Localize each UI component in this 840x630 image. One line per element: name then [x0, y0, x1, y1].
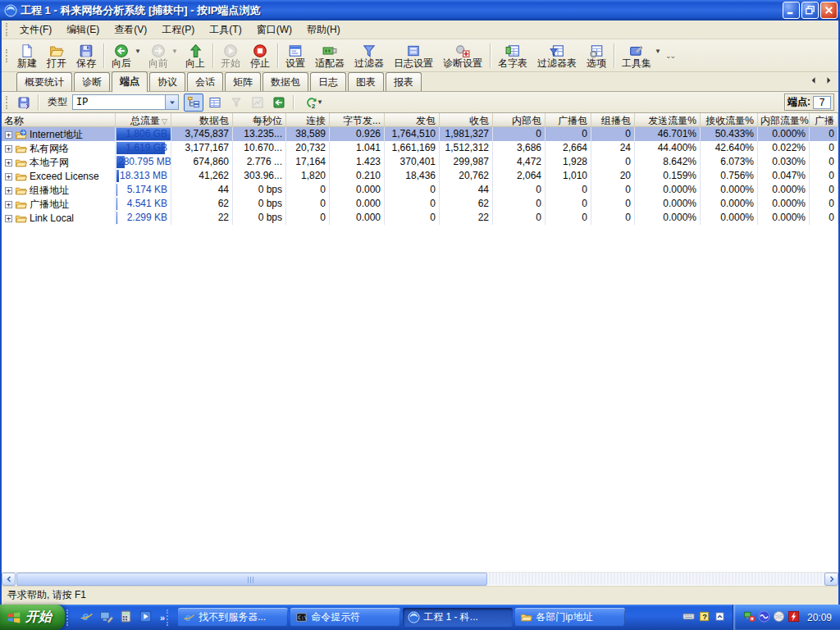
tab-packet[interactable]: 数据包 — [262, 72, 308, 91]
expand-icon[interactable]: + — [5, 145, 12, 153]
scroll-left-button[interactable] — [2, 573, 16, 586]
toolbar-overflow-icon[interactable]: ⌄⌄ — [665, 52, 674, 60]
close-button[interactable] — [820, 2, 838, 19]
toolbar-button-up[interactable]: 向上 — [180, 41, 210, 71]
column-header-13[interactable]: 内部流量% — [758, 113, 810, 126]
horizontal-scrollbar[interactable] — [2, 572, 838, 585]
column-header-7[interactable]: 收包 — [440, 113, 493, 126]
globe-icon[interactable] — [773, 610, 785, 625]
column-header-3[interactable]: 每秒位 — [233, 113, 286, 126]
quick-launch-overflow[interactable]: » — [160, 613, 165, 623]
quick-launch-ie-icon[interactable]: e — [80, 609, 94, 626]
detail-view-button[interactable] — [205, 94, 225, 112]
column-header-1[interactable]: 总流量▽ — [116, 113, 171, 126]
toolbar-grip[interactable] — [6, 49, 10, 62]
column-header-2[interactable]: 数据包 — [171, 113, 233, 126]
table-row[interactable]: +Link Local2.299 KB220 bps00.0000220000.… — [2, 211, 838, 225]
taskbar-task-0[interactable]: e找不到服务器... — [178, 608, 288, 627]
subtoolbar-grip[interactable] — [6, 96, 10, 109]
menu-window[interactable]: 窗口(W) — [249, 21, 299, 39]
table-row[interactable]: +广播地址4.541 KB620 bps00.0000620000.000%0.… — [2, 197, 838, 211]
start-button[interactable]: 开始 — [0, 605, 65, 630]
help-icon[interactable]: ? — [698, 610, 710, 625]
expand-icon[interactable]: + — [5, 201, 12, 208]
column-header-5[interactable]: 字节发... — [330, 113, 385, 126]
scrollbar-thumb[interactable] — [16, 573, 487, 586]
menu-edit[interactable]: 编辑(E) — [59, 21, 107, 39]
net-status-icon[interactable] — [743, 610, 756, 625]
quick-launch-show-desktop-icon[interactable] — [99, 609, 113, 626]
menu-project[interactable]: 工程(P) — [154, 21, 202, 39]
taskbar-task-3[interactable]: 各部门ip地址 — [515, 608, 625, 627]
toolbar-button-open[interactable]: 打开 — [42, 41, 71, 71]
tab-chart[interactable]: 图表 — [348, 72, 384, 91]
column-header-4[interactable]: 连接 — [286, 113, 330, 126]
taskbar-task-1[interactable]: C:\命令提示符 — [290, 608, 400, 627]
expand-icon[interactable]: + — [5, 159, 12, 167]
wave-icon[interactable] — [758, 610, 770, 625]
tab-log[interactable]: 日志 — [310, 72, 346, 91]
menubar-grip[interactable] — [6, 23, 10, 36]
column-header-12[interactable]: 接收流量% — [701, 113, 758, 126]
column-header-0[interactable]: 名称 — [2, 113, 116, 126]
antivirus-icon[interactable] — [788, 610, 800, 625]
table-row[interactable]: +Internet地址1.806 GB3,745,83713.235...38,… — [2, 127, 838, 141]
column-header-9[interactable]: 广播包 — [546, 113, 591, 126]
toolbar-button-log-settings[interactable]: 日志设置 — [389, 41, 438, 71]
tab-session[interactable]: 会话 — [187, 72, 223, 91]
scroll-right-button[interactable] — [824, 573, 838, 586]
tab-diagnosis[interactable]: 诊断 — [74, 72, 110, 91]
locate-button[interactable] — [269, 94, 289, 112]
expand-icon[interactable]: + — [5, 187, 12, 194]
keyboard-icon[interactable] — [682, 610, 695, 625]
menu-file[interactable]: 文件(F) — [12, 21, 59, 39]
table-row[interactable]: +组播地址5.174 KB440 bps00.0000440000.000%0.… — [2, 183, 838, 197]
expand-icon[interactable]: + — [5, 131, 12, 139]
expand-icon[interactable]: + — [5, 173, 12, 180]
column-header-11[interactable]: 发送流量% — [635, 113, 701, 126]
tab-summary-stats[interactable]: 概要统计 — [16, 72, 72, 91]
expand-icon[interactable]: + — [5, 215, 12, 222]
type-combobox[interactable]: IP — [72, 94, 179, 110]
table-row[interactable]: +Exceed License18.313 MB41,262303.96...1… — [2, 169, 838, 183]
tab-scroll-right-icon[interactable] — [824, 75, 833, 85]
toolbar-button-save[interactable]: 保存 — [71, 41, 101, 71]
menu-view[interactable]: 查看(V) — [107, 21, 154, 39]
column-header-14[interactable]: 广播 — [810, 113, 838, 126]
column-header-10[interactable]: 组播包 — [591, 113, 635, 126]
dropdown-arrow-icon[interactable]: ▼ — [135, 48, 141, 55]
toolbar-button-options[interactable]: 选项 — [582, 41, 611, 71]
column-header-8[interactable]: 内部包 — [493, 113, 546, 126]
dropdown-arrow-icon[interactable]: ▼ — [655, 48, 661, 55]
toolbar-button-toolset[interactable]: 工具集▼ — [617, 41, 664, 71]
export-button[interactable] — [14, 94, 34, 112]
taskbar-task-2[interactable]: 工程 1 - 科... — [403, 608, 513, 627]
refresh-button[interactable]: 2▼ — [298, 94, 326, 112]
toolbar-button-filter[interactable]: 过滤器 — [349, 41, 389, 71]
tab-protocol[interactable]: 协议 — [149, 72, 185, 91]
menu-tools[interactable]: 工具(T) — [202, 21, 249, 39]
toolbar-button-stop-capture[interactable]: 停止 — [245, 41, 275, 71]
quick-launch-media-icon[interactable] — [139, 609, 153, 626]
dropdown-arrow-icon[interactable]: ▼ — [171, 48, 178, 55]
table-row[interactable]: +私有网络1.619 GB3,177,16710.670...20,7321.0… — [2, 141, 838, 155]
toolbar-button-filter-table[interactable]: 过滤器表 — [532, 41, 582, 71]
toolbar-button-adapter[interactable]: 适配器 — [310, 41, 349, 71]
tab-matrix[interactable]: 矩阵 — [225, 72, 261, 91]
minimize-button[interactable] — [783, 2, 800, 19]
tab-scroll-left-icon[interactable] — [809, 75, 819, 85]
quick-launch-calculator-icon[interactable] — [119, 609, 133, 626]
dropdown-arrow-icon[interactable]: ▼ — [317, 98, 323, 106]
toolbar-button-name-table[interactable]: 名字表 — [493, 41, 532, 71]
expand-arrow-icon[interactable] — [714, 610, 726, 625]
tree-view-button[interactable] — [184, 94, 203, 112]
column-header-6[interactable]: 发包 — [385, 113, 440, 126]
toolbar-button-back[interactable]: 向后▼ — [107, 41, 144, 71]
toolbar-button-new[interactable]: 新建 — [12, 41, 42, 71]
tab-report[interactable]: 报表 — [386, 72, 422, 91]
table-row[interactable]: +本地子网280.795 MB674,8602.776 ...17,1641.4… — [2, 155, 838, 169]
restore-button[interactable] — [801, 2, 819, 19]
toolbar-button-diagnosis-settings[interactable]: 诊断设置 — [438, 41, 487, 71]
combobox-dropdown-button[interactable] — [165, 95, 178, 109]
tab-endpoint[interactable]: 端点 — [112, 71, 148, 92]
